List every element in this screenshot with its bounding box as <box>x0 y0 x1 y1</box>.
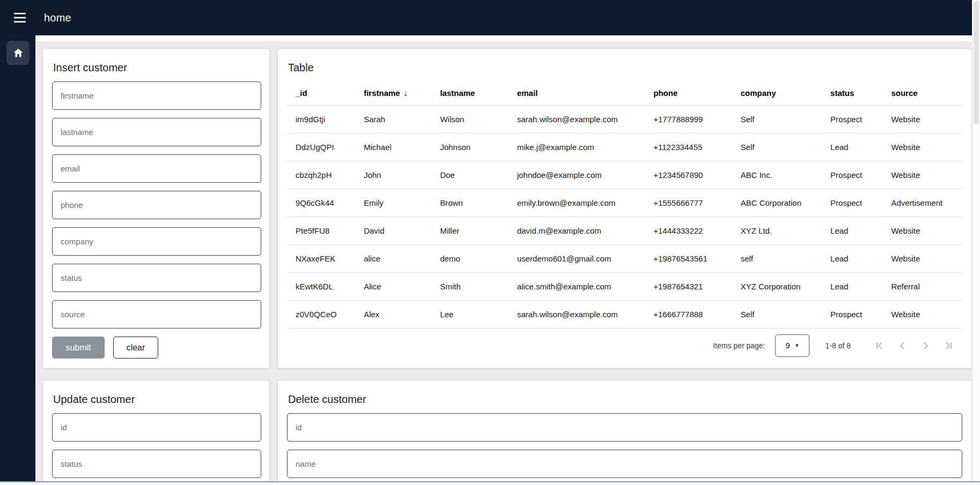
delete-name-input[interactable] <box>287 450 962 478</box>
table-row: kEwtK6DLAliceSmithalice.smith@example.co… <box>287 272 962 300</box>
column-header-lastname[interactable]: lastname <box>431 81 509 105</box>
update-status-input[interactable] <box>52 450 261 478</box>
column-header-id[interactable]: _id <box>287 81 355 105</box>
table-title: Table <box>288 62 962 74</box>
table-cell: +19876543561 <box>645 244 732 272</box>
table-cell: Alex <box>355 300 431 328</box>
table-cell: +1666777888 <box>645 300 732 328</box>
table-cell: Self <box>732 133 822 161</box>
table-cell: Self <box>732 105 822 133</box>
customers-table: _id firstname↓ lastname email phone comp… <box>287 81 962 329</box>
column-header-email[interactable]: email <box>509 81 645 105</box>
table-cell: z0V0QCeO <box>287 300 355 328</box>
table-cell: Website <box>882 217 962 244</box>
table-cell: Alice <box>355 272 431 300</box>
insert-company-input[interactable] <box>52 227 261 256</box>
insert-source-input[interactable] <box>52 300 261 329</box>
table-cell: Prospect <box>822 300 882 328</box>
insert-email-input[interactable] <box>52 154 261 183</box>
main-content: Insert customer submit clear Table <box>35 35 972 485</box>
table-cell: mike.j@example.com <box>509 133 645 161</box>
home-icon <box>12 47 24 59</box>
dropdown-caret-icon: ▾ <box>795 342 799 349</box>
table-row: im9dGtjiSarahWilsonsarah.wilson@example.… <box>287 105 962 133</box>
table-cell: cbzqh2pH <box>287 161 355 189</box>
table-cell: emily.brown@example.com <box>509 189 645 217</box>
insert-phone-input[interactable] <box>52 191 261 219</box>
table-cell: +1555666777 <box>645 189 732 217</box>
table-cell: alice <box>355 244 431 272</box>
table-cell: david.m@example.com <box>509 217 645 244</box>
items-per-page-label: Items per page: <box>713 341 765 350</box>
table-row: Pte5fFU8DavidMillerdavid.m@example.com+1… <box>287 217 962 244</box>
menu-button[interactable] <box>8 5 32 30</box>
table-cell: XYZ Corporation <box>732 272 822 300</box>
next-page-button[interactable] <box>914 334 937 357</box>
last-page-icon <box>941 339 954 352</box>
insert-lastname-input[interactable] <box>52 118 261 146</box>
table-cell: Website <box>882 244 962 272</box>
table-cell: im9dGtji <box>287 105 355 133</box>
table-cell: ABC Corporation <box>732 189 822 217</box>
page-title: home <box>44 12 71 24</box>
table-cell: Website <box>882 105 962 133</box>
table-cell: +1122334455 <box>645 133 732 161</box>
first-page-button[interactable] <box>869 334 891 357</box>
table-cell: NXaxeFEK <box>287 244 355 272</box>
table-cell: Brown <box>431 189 509 217</box>
previous-page-button[interactable] <box>891 334 914 357</box>
table-cell: Lead <box>822 272 882 300</box>
table-cell: DdzUgQPI <box>287 133 355 161</box>
table-cell: Website <box>882 300 962 328</box>
page-size-select[interactable]: 9 ▾ <box>775 334 809 357</box>
table-cell: Emily <box>355 189 431 217</box>
page-size-value: 9 <box>786 341 790 350</box>
column-header-firstname[interactable]: firstname↓ <box>355 81 431 105</box>
sort-arrow-icon: ↓ <box>403 88 408 98</box>
table-row: DdzUgQPIMichaelJohnsonmike.j@example.com… <box>287 133 962 161</box>
table-cell: kEwtK6DL <box>287 272 355 300</box>
table-cell: johndoe@example.com <box>509 161 645 189</box>
app-window: home Insert customer submit <box>0 0 980 485</box>
table-row: z0V0QCeOAlexLeesarah.wilson@example.com+… <box>287 300 962 328</box>
window-bottom-edge <box>0 481 980 485</box>
table-cell: Michael <box>355 133 431 161</box>
insert-clear-button[interactable]: clear <box>113 337 158 359</box>
insert-status-input[interactable] <box>52 264 261 292</box>
table-cell: Prospect <box>822 161 882 189</box>
delete-id-input[interactable] <box>287 413 962 442</box>
page-range-label: 1-8 of 8 <box>826 341 851 350</box>
table-cell: Prospect <box>822 105 882 133</box>
table-cell: Lead <box>822 133 882 161</box>
table-row: NXaxeFEKalicedemouserdemo601@gmail.com+1… <box>287 244 962 272</box>
vertical-scrollbar[interactable] <box>972 0 980 485</box>
table-cell: Website <box>882 133 962 161</box>
table-cell: Smith <box>431 272 509 300</box>
sidebar-item-home[interactable] <box>6 41 30 65</box>
update-id-input[interactable] <box>52 413 261 442</box>
table-cell: +1987654321 <box>645 272 732 300</box>
table-cell: Pte5fFU8 <box>287 217 355 244</box>
column-header-status[interactable]: status <box>822 81 882 105</box>
update-customer-title: Update customer <box>53 393 260 406</box>
insert-submit-button[interactable]: submit <box>52 337 105 359</box>
table-cell: Wilson <box>431 105 509 133</box>
table-cell: Website <box>882 161 962 189</box>
table-cell: Johnson <box>431 133 509 161</box>
table-cell: 9Q6cGk44 <box>287 189 355 217</box>
insert-customer-title: Insert customer <box>53 62 260 74</box>
column-header-source[interactable]: source <box>882 81 962 105</box>
table-cell: Doe <box>431 161 509 189</box>
insert-firstname-input[interactable] <box>52 81 261 110</box>
table-cell: Lead <box>822 244 882 272</box>
table-cell: +1444333222 <box>645 217 732 244</box>
table-cell: +1777888999 <box>645 105 732 133</box>
table-cell: alice.smith@example.com <box>509 272 645 300</box>
table-cell: demo <box>431 244 509 272</box>
last-page-button[interactable] <box>937 334 959 357</box>
column-header-phone[interactable]: phone <box>645 81 732 105</box>
scrollbar-thumb[interactable] <box>974 1 979 124</box>
table-paginator: Items per page: 9 ▾ 1-8 of 8 <box>287 329 962 363</box>
column-header-company[interactable]: company <box>732 81 822 105</box>
table-cell: Miller <box>431 217 509 244</box>
